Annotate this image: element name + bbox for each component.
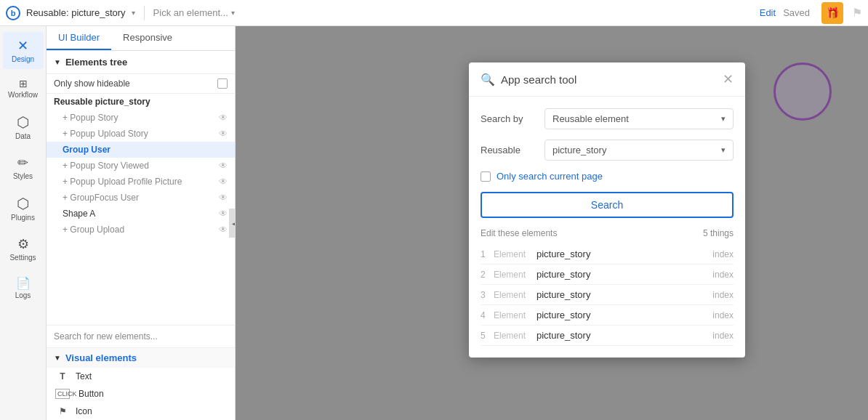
result-row[interactable]: 1 Element picture_story index [481, 244, 734, 264]
eye-icon[interactable]: 👁 [219, 209, 228, 219]
modal-body: Search by Reusable element ▾ Reusable pi… [469, 97, 745, 358]
list-item[interactable]: + Popup Upload Profile Picture 👁 [47, 174, 235, 190]
visual-item-text[interactable]: T Text [47, 368, 235, 385]
visual-item-icon[interactable]: ⚑ Icon [47, 403, 235, 420]
list-item-group-upload[interactable]: + Group Upload 👁 [47, 222, 235, 238]
visual-elements-header[interactable]: ▼ Visual elements [47, 348, 235, 368]
reusable-row: Reusable picture_story ▾ [481, 140, 734, 161]
only-search-label[interactable]: Only search current page [497, 171, 603, 182]
result-name: picture_story [537, 330, 710, 341]
sidebar-item-workflow[interactable]: ⊞ Workflow [3, 72, 44, 105]
hideable-checkbox[interactable] [217, 78, 228, 89]
tree-item-label: + Popup Story [63, 113, 219, 123]
only-search-checkbox[interactable] [481, 171, 491, 182]
reusable-label-modal: Reusable [481, 145, 539, 156]
search-button[interactable]: Search [481, 192, 734, 218]
list-item[interactable]: + Popup Upload Story 👁 [47, 126, 235, 142]
styles-icon: ✏ [17, 155, 28, 171]
reusable-label: Reusable: picture_story [26, 7, 126, 18]
eye-icon[interactable]: 👁 [219, 161, 228, 171]
result-row[interactable]: 3 Element picture_story index [481, 285, 734, 305]
results-label: Edit these elements [481, 228, 557, 238]
result-num: 2 [481, 270, 491, 280]
tab-ui-builder[interactable]: UI Builder [47, 26, 111, 50]
button-label: Button [79, 389, 104, 399]
tree-collapse-icon[interactable]: ▼ [54, 58, 61, 66]
list-item[interactable]: + GroupFocus User 👁 [47, 190, 235, 206]
logs-icon: 📄 [16, 276, 31, 290]
left-panel: UI Builder Responsive ▼ Elements tree On… [47, 26, 236, 420]
tab-responsive[interactable]: Responsive [111, 26, 184, 50]
sidebar-item-label-logs: Logs [15, 291, 31, 299]
list-item-group-user[interactable]: Group User [47, 142, 235, 158]
reusable-dropdown[interactable]: picture_story ▾ [544, 140, 734, 161]
result-name: picture_story [537, 269, 710, 280]
settings-icon: ⚙ [17, 236, 29, 252]
visual-item-button[interactable]: CLICK Button [47, 385, 235, 403]
modal-close-button[interactable]: ✕ [723, 71, 734, 87]
visual-collapse-arrow: ▼ [54, 354, 61, 362]
list-item[interactable]: + Popup Story Viewed 👁 [47, 158, 235, 174]
visual-title: Visual elements [65, 352, 137, 363]
result-name: picture_story [537, 289, 710, 300]
result-type: Element [494, 290, 534, 300]
eye-icon[interactable]: 👁 [219, 113, 228, 123]
result-type: Element [494, 310, 534, 320]
search-by-label: Search by [481, 113, 539, 124]
modal-header: 🔍 App search tool ✕ [469, 62, 745, 97]
sidebar-item-label-design: Design [12, 55, 34, 63]
pick-element-area[interactable]: Pick an element... ▾ [153, 7, 754, 18]
result-row[interactable]: 4 Element picture_story index [481, 305, 734, 326]
result-row[interactable]: 2 Element picture_story index [481, 264, 734, 285]
gift-button[interactable]: 🎁 [821, 2, 843, 24]
text-icon: T [55, 371, 70, 381]
search-by-dropdown[interactable]: Reusable element ▾ [544, 108, 734, 129]
modal-search-icon: 🔍 [481, 73, 495, 86]
reusable-value: picture_story [552, 145, 606, 156]
tree-item-label: + Popup Upload Story [63, 129, 219, 139]
result-type: Element [494, 249, 534, 259]
icon-icon: ⚑ [55, 406, 70, 416]
design-icon: ✕ [17, 38, 28, 54]
reusable-dropdown-arrow[interactable]: ▾ [132, 9, 135, 17]
sidebar-item-styles[interactable]: ✏ Styles [3, 149, 44, 186]
modal-title: App search tool [501, 73, 717, 86]
tree-root-item[interactable]: Reusable picture_story [47, 94, 235, 110]
result-num: 4 [481, 310, 491, 320]
logo: b [6, 6, 20, 20]
only-search-current-row: Only search current page [481, 171, 734, 182]
collapse-handle[interactable]: ◀ [229, 209, 236, 238]
tree-root-label: Reusable picture_story [54, 97, 228, 107]
main-layout: ✕ Design ⊞ Workflow ⬡ Data ✏ Styles ⬡ Pl… [0, 26, 868, 420]
tab-bar: UI Builder Responsive [47, 26, 235, 51]
sidebar-item-plugins[interactable]: ⬡ Plugins [3, 189, 44, 227]
sidebar-item-design[interactable]: ✕ Design [3, 32, 44, 69]
edit-button[interactable]: Edit [760, 7, 776, 18]
search-by-row: Search by Reusable element ▾ [481, 108, 734, 129]
list-item[interactable]: + Popup Story 👁 [47, 110, 235, 126]
sidebar-item-label-plugins: Plugins [11, 214, 35, 222]
eye-icon[interactable]: 👁 [219, 193, 228, 203]
result-index: index [712, 249, 734, 259]
sidebar-item-settings[interactable]: ⚙ Settings [3, 230, 44, 267]
saved-label: Saved [783, 7, 810, 18]
tree-item-label: Shape A [63, 209, 219, 219]
canvas: 🔍 App search tool ✕ Search by Reusable e… [236, 26, 868, 420]
tree-items: Reusable picture_story + Popup Story 👁 +… [47, 94, 235, 325]
eye-icon[interactable]: 👁 [219, 129, 228, 139]
result-index: index [712, 290, 734, 300]
eye-icon[interactable]: 👁 [219, 225, 228, 235]
result-num: 3 [481, 290, 491, 300]
result-index: index [712, 270, 734, 280]
sidebar-item-logs[interactable]: 📄 Logs [3, 270, 44, 305]
result-type: Element [494, 331, 534, 341]
result-index: index [712, 310, 734, 320]
result-index: index [712, 331, 734, 341]
workflow-icon: ⊞ [19, 78, 28, 89]
search-new-elements[interactable]: Search for new elements... [47, 325, 235, 348]
icon-label: Icon [76, 406, 92, 416]
sidebar-item-data[interactable]: ⬡ Data [3, 108, 44, 146]
eye-icon[interactable]: 👁 [219, 177, 228, 187]
result-row[interactable]: 5 Element picture_story index [481, 326, 734, 346]
list-item[interactable]: Shape A 👁 [47, 206, 235, 222]
